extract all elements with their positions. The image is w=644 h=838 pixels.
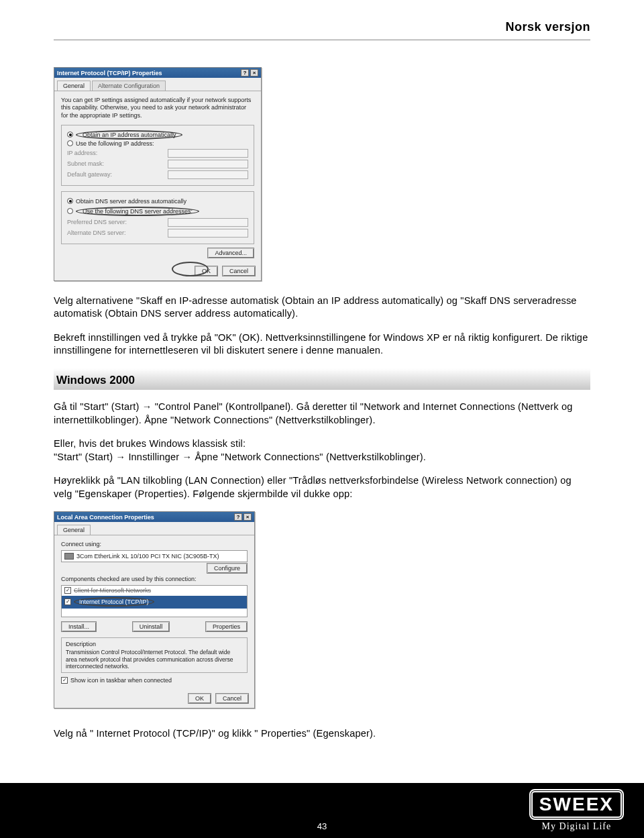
radio-icon [67,132,73,138]
paragraph-1: Velg alternativene "Skaff en IP-adresse … [54,295,590,321]
properties-button[interactable]: Properties [205,621,248,632]
radio-use-dns[interactable]: Use the following DNS server addresses: [67,207,248,216]
tab-alternate[interactable]: Alternate Configuration [92,81,166,91]
checkbox-icon[interactable]: ✓ [64,587,71,594]
tab-general[interactable]: General [57,525,91,535]
circled-option: Obtain an IP address automatically [76,130,182,140]
nic-icon [64,553,74,560]
checkbox-icon[interactable]: ✓ [61,677,68,684]
dialog-button-row: OK Cancel [54,262,261,280]
tabs: General [54,522,254,535]
close-icon[interactable]: × [244,513,252,521]
close-icon[interactable]: × [250,69,258,76]
uninstall-button[interactable]: Uninstall [132,621,170,632]
help-icon[interactable]: ? [234,513,242,521]
radio-icon [67,198,73,204]
intro-text: You can get IP settings assigned automat… [61,97,254,119]
circled-option-dns: Use the following DNS server addresses: [76,207,199,216]
radio-use-ip[interactable]: Use the following IP address: [67,140,248,147]
description-head: Description [66,641,243,647]
gateway-label: Default gateway: [67,171,112,178]
paragraph-5: Høyreklikk på "LAN tilkobling (LAN Conne… [54,474,590,501]
ip-group: Obtain an IP address automatically Use t… [61,125,254,186]
radio-obtain-ip[interactable]: Obtain an IP address automatically [67,132,248,138]
dialog-button-row: OK Cancel [54,689,254,708]
ok-button[interactable]: OK [188,693,211,704]
connect-using-label: Connect using: [61,541,248,547]
tab-general[interactable]: General [57,81,91,91]
subnet-label: Subnet mask: [67,160,104,167]
pref-dns-label: Preferred DNS server: [67,219,127,225]
show-icon-checkbox[interactable]: ✓ Show icon in taskbar when connected [61,677,248,684]
page-header: Norsk versjon [54,20,590,34]
page-footer: SWEEX My Digital Life 43 [0,783,644,838]
cancel-button[interactable]: Cancel [222,266,256,276]
description-text: Transmission Control Protocol/Internet P… [66,649,243,670]
pref-dns-input [168,218,248,227]
nic-name: 3Com EtherLink XL 10/100 PCI TX NIC (3C9… [76,553,219,560]
dialog-titlebar: Local Area Connection Properties ? × [54,512,254,522]
ok-button[interactable]: OK [195,266,218,276]
components-listbox[interactable]: ✓ Client for Microsoft Networks ✓ Intern… [61,585,248,617]
paragraph-2: Bekreft innstillingen ved å trykke på "O… [54,331,590,358]
subnet-input [168,160,248,168]
radio-obtain-dns[interactable]: Obtain DNS server address automatically [67,198,248,205]
install-button[interactable]: Install... [61,621,97,632]
show-icon-label: Show icon in taskbar when connected [70,677,172,684]
alt-dns-label: Alternate DNS server: [67,229,126,236]
tabs: General Alternate Configuration [54,78,261,91]
dialog-titlebar: Internet Protocol (TCP/IP) Properties ? … [54,68,261,78]
nic-box: 3Com EtherLink XL 10/100 PCI TX NIC (3C9… [61,550,248,562]
radio-icon [67,140,73,146]
lan-properties-dialog: Local Area Connection Properties ? × Gen… [54,511,255,709]
paragraph-6: Velg nå " Internet Protocol (TCP/IP)" og… [54,727,590,741]
dialog-title: Internet Protocol (TCP/IP) Properties [57,70,162,76]
circled-tcpip: Internet Protocol (TCP/IP) [74,597,154,607]
paragraph-3: Gå til "Start" (Start) → "Control Panel"… [54,401,590,427]
list-item-label: Client for Microsoft Networks [74,587,151,594]
configure-button[interactable]: Configure [207,563,248,574]
dialog-title: Local Area Connection Properties [57,514,154,521]
paragraph-4: Eller, hvis det brukes Windows klassisk … [54,437,590,464]
list-item[interactable]: ✓ Client for Microsoft Networks [62,586,247,596]
page-number: 43 [0,821,644,831]
components-label: Components checked are used by this conn… [61,576,248,582]
checkbox-icon[interactable]: ✓ [64,598,71,605]
list-item-tcpip[interactable]: ✓ Internet Protocol (TCP/IP) [62,596,247,609]
section-heading-win2000: Windows 2000 [54,368,590,390]
tcpip-properties-dialog: Internet Protocol (TCP/IP) Properties ? … [54,67,262,281]
advanced-button[interactable]: Advanced... [207,248,254,258]
cancel-button[interactable]: Cancel [215,693,249,704]
dns-group: Obtain DNS server address automatically … [61,191,254,244]
ip-address-input [168,149,248,158]
radio-icon [67,208,73,214]
alt-dns-input [168,229,248,238]
gateway-input [168,170,248,179]
header-rule [54,40,590,40]
description-group: Description Transmission Control Protoco… [61,637,248,673]
logo-main: SWEEX [529,789,624,820]
ip-address-label: IP address: [67,150,97,156]
help-icon[interactable]: ? [241,69,249,76]
